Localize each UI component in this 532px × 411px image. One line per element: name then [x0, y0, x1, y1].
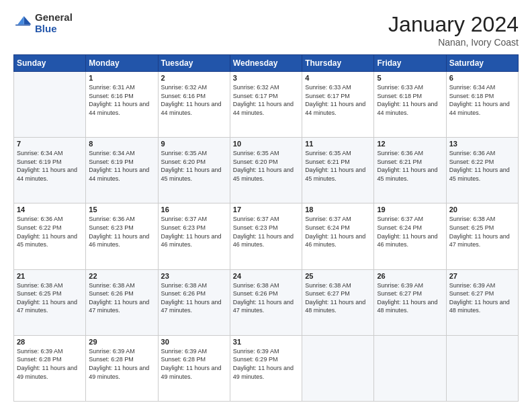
calendar-cell: 25 Sunrise: 6:38 AMSunset: 6:27 PMDaylig…	[302, 269, 374, 335]
day-info: Sunrise: 6:39 AMSunset: 6:27 PMDaylight:…	[449, 281, 515, 315]
day-number: 5	[377, 74, 443, 82]
calendar-week-row: 14 Sunrise: 6:36 AMSunset: 6:22 PMDaylig…	[14, 203, 519, 269]
calendar-week-row: 7 Sunrise: 6:34 AMSunset: 6:19 PMDayligh…	[14, 138, 519, 203]
day-number: 3	[233, 74, 299, 82]
day-info: Sunrise: 6:31 AMSunset: 6:16 PMDaylight:…	[89, 83, 154, 117]
day-info: Sunrise: 6:35 AMSunset: 6:21 PMDaylight:…	[305, 149, 371, 183]
calendar-cell: 6 Sunrise: 6:34 AMSunset: 6:18 PMDayligh…	[446, 72, 518, 138]
calendar-cell: 18 Sunrise: 6:37 AMSunset: 6:24 PMDaylig…	[302, 203, 374, 269]
calendar-cell: 16 Sunrise: 6:37 AMSunset: 6:23 PMDaylig…	[158, 203, 230, 269]
day-info: Sunrise: 6:36 AMSunset: 6:22 PMDaylight:…	[449, 149, 515, 183]
day-info: Sunrise: 6:38 AMSunset: 6:26 PMDaylight:…	[89, 281, 154, 315]
weekday-saturday: Saturday	[446, 55, 518, 72]
day-number: 19	[377, 205, 443, 214]
day-info: Sunrise: 6:36 AMSunset: 6:21 PMDaylight:…	[377, 149, 443, 183]
logo-blue-text: Blue	[35, 24, 73, 35]
day-info: Sunrise: 6:38 AMSunset: 6:25 PMDaylight:…	[17, 281, 83, 315]
svg-rect-2	[15, 24, 30, 26]
day-info: Sunrise: 6:37 AMSunset: 6:23 PMDaylight:…	[161, 215, 227, 248]
day-number: 31	[233, 338, 299, 346]
calendar-cell: 9 Sunrise: 6:35 AMSunset: 6:20 PMDayligh…	[158, 138, 230, 203]
day-number: 16	[161, 205, 227, 214]
day-info: Sunrise: 6:38 AMSunset: 6:25 PMDaylight:…	[449, 215, 515, 248]
day-info: Sunrise: 6:39 AMSunset: 6:27 PMDaylight:…	[377, 281, 443, 315]
day-info: Sunrise: 6:39 AMSunset: 6:28 PMDaylight:…	[89, 347, 154, 381]
calendar-cell: 2 Sunrise: 6:32 AMSunset: 6:16 PMDayligh…	[158, 72, 230, 138]
calendar-cell: 26 Sunrise: 6:39 AMSunset: 6:27 PMDaylig…	[374, 269, 446, 335]
weekday-tuesday: Tuesday	[158, 55, 230, 72]
day-info: Sunrise: 6:39 AMSunset: 6:28 PMDaylight:…	[161, 347, 227, 381]
calendar-cell: 31 Sunrise: 6:39 AMSunset: 6:29 PMDaylig…	[230, 335, 302, 401]
weekday-sunday: Sunday	[14, 55, 86, 72]
day-number: 23	[161, 272, 227, 280]
day-info: Sunrise: 6:39 AMSunset: 6:29 PMDaylight:…	[233, 347, 299, 381]
day-info: Sunrise: 6:35 AMSunset: 6:20 PMDaylight:…	[161, 149, 227, 183]
calendar-week-row: 28 Sunrise: 6:39 AMSunset: 6:28 PMDaylig…	[14, 335, 519, 401]
day-number: 10	[233, 140, 299, 148]
calendar-cell: 12 Sunrise: 6:36 AMSunset: 6:21 PMDaylig…	[374, 138, 446, 203]
day-number: 28	[17, 338, 83, 346]
month-title: January 2024	[388, 12, 519, 37]
day-info: Sunrise: 6:37 AMSunset: 6:24 PMDaylight:…	[305, 215, 371, 248]
day-number: 18	[305, 205, 371, 214]
day-info: Sunrise: 6:34 AMSunset: 6:18 PMDaylight:…	[449, 83, 515, 117]
title-block: January 2024 Nanan, Ivory Coast	[388, 12, 519, 48]
calendar-cell: 3 Sunrise: 6:32 AMSunset: 6:17 PMDayligh…	[230, 72, 302, 138]
day-number: 30	[161, 338, 227, 346]
calendar-cell	[374, 335, 446, 401]
day-number: 9	[161, 140, 227, 148]
day-number: 25	[305, 272, 371, 280]
calendar-cell: 27 Sunrise: 6:39 AMSunset: 6:27 PMDaylig…	[446, 269, 518, 335]
day-info: Sunrise: 6:33 AMSunset: 6:18 PMDaylight:…	[377, 83, 443, 117]
calendar-cell: 15 Sunrise: 6:36 AMSunset: 6:23 PMDaylig…	[86, 203, 158, 269]
weekday-friday: Friday	[374, 55, 446, 72]
calendar-cell: 11 Sunrise: 6:35 AMSunset: 6:21 PMDaylig…	[302, 138, 374, 203]
calendar-cell: 5 Sunrise: 6:33 AMSunset: 6:18 PMDayligh…	[374, 72, 446, 138]
day-number: 14	[17, 205, 83, 214]
logo: General Blue	[13, 12, 73, 34]
day-number: 6	[449, 74, 515, 82]
day-number: 21	[17, 272, 83, 280]
calendar-cell: 29 Sunrise: 6:39 AMSunset: 6:28 PMDaylig…	[86, 335, 158, 401]
day-number: 1	[89, 74, 154, 82]
calendar-cell: 20 Sunrise: 6:38 AMSunset: 6:25 PMDaylig…	[446, 203, 518, 269]
day-info: Sunrise: 6:34 AMSunset: 6:19 PMDaylight:…	[17, 149, 83, 183]
calendar-cell: 28 Sunrise: 6:39 AMSunset: 6:28 PMDaylig…	[14, 335, 86, 401]
day-info: Sunrise: 6:35 AMSunset: 6:20 PMDaylight:…	[233, 149, 299, 183]
calendar-cell: 1 Sunrise: 6:31 AMSunset: 6:16 PMDayligh…	[86, 72, 158, 138]
svg-marker-0	[24, 16, 32, 24]
calendar-cell: 23 Sunrise: 6:38 AMSunset: 6:26 PMDaylig…	[158, 269, 230, 335]
logo-general-text: General	[35, 12, 73, 24]
day-info: Sunrise: 6:37 AMSunset: 6:23 PMDaylight:…	[233, 215, 299, 248]
day-number: 13	[449, 140, 515, 148]
logo-icon	[13, 14, 32, 33]
logo-text: General Blue	[35, 12, 73, 34]
calendar-cell: 14 Sunrise: 6:36 AMSunset: 6:22 PMDaylig…	[14, 203, 86, 269]
day-info: Sunrise: 6:38 AMSunset: 6:27 PMDaylight:…	[305, 281, 371, 315]
day-number: 15	[89, 205, 154, 214]
day-number: 12	[377, 140, 443, 148]
calendar-cell	[14, 72, 86, 138]
calendar-week-row: 21 Sunrise: 6:38 AMSunset: 6:25 PMDaylig…	[14, 269, 519, 335]
day-number: 2	[161, 74, 227, 82]
calendar-cell: 10 Sunrise: 6:35 AMSunset: 6:20 PMDaylig…	[230, 138, 302, 203]
day-number: 8	[89, 140, 154, 148]
weekday-thursday: Thursday	[302, 55, 374, 72]
page: General Blue January 2024 Nanan, Ivory C…	[0, 0, 532, 411]
calendar-cell: 24 Sunrise: 6:38 AMSunset: 6:26 PMDaylig…	[230, 269, 302, 335]
day-info: Sunrise: 6:37 AMSunset: 6:24 PMDaylight:…	[377, 215, 443, 248]
day-number: 29	[89, 338, 154, 346]
calendar-cell: 22 Sunrise: 6:38 AMSunset: 6:26 PMDaylig…	[86, 269, 158, 335]
day-info: Sunrise: 6:34 AMSunset: 6:19 PMDaylight:…	[89, 149, 154, 183]
calendar-table: Sunday Monday Tuesday Wednesday Thursday…	[13, 54, 519, 402]
day-number: 24	[233, 272, 299, 280]
calendar-cell: 19 Sunrise: 6:37 AMSunset: 6:24 PMDaylig…	[374, 203, 446, 269]
day-number: 20	[449, 205, 515, 214]
day-info: Sunrise: 6:33 AMSunset: 6:17 PMDaylight:…	[305, 83, 371, 117]
calendar-cell: 17 Sunrise: 6:37 AMSunset: 6:23 PMDaylig…	[230, 203, 302, 269]
calendar-cell: 30 Sunrise: 6:39 AMSunset: 6:28 PMDaylig…	[158, 335, 230, 401]
calendar-cell: 13 Sunrise: 6:36 AMSunset: 6:22 PMDaylig…	[446, 138, 518, 203]
day-info: Sunrise: 6:32 AMSunset: 6:16 PMDaylight:…	[161, 83, 227, 117]
day-info: Sunrise: 6:32 AMSunset: 6:17 PMDaylight:…	[233, 83, 299, 117]
day-number: 22	[89, 272, 154, 280]
